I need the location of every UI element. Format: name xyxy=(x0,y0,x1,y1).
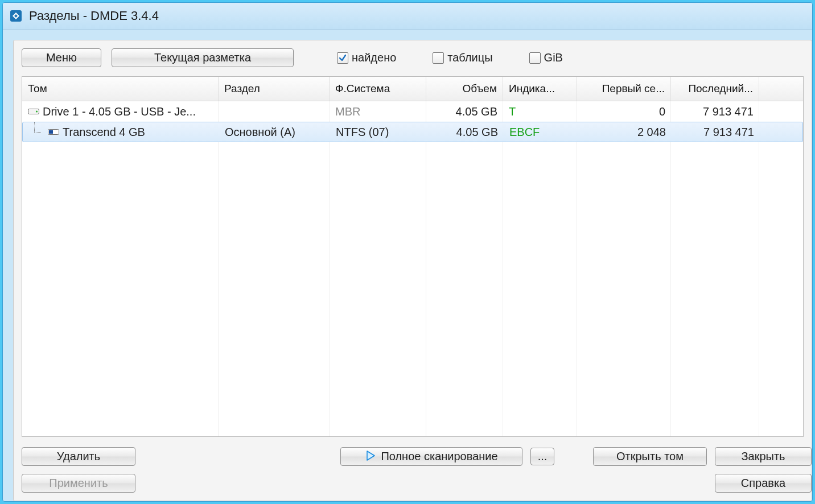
title-bar: Разделы - DMDE 3.4.4 xyxy=(3,3,812,30)
col-volume[interactable]: Том xyxy=(22,77,219,101)
toolbar: Меню Текущая разметка найдено таблицы Gi… xyxy=(22,48,812,67)
more-button[interactable]: ... xyxy=(530,448,554,465)
checkbox-gib-label: GiB xyxy=(544,51,563,64)
row-first: 0 xyxy=(577,101,671,122)
current-layout-button[interactable]: Текущая разметка xyxy=(112,48,294,67)
row-last: 7 913 471 xyxy=(672,122,760,142)
checkbox-empty-icon xyxy=(433,52,444,64)
checkbox-found-label: найдено xyxy=(352,51,396,64)
col-partition[interactable]: Раздел xyxy=(219,77,330,101)
svg-rect-4 xyxy=(49,130,53,134)
table-header[interactable]: Том Раздел Ф.Система Объем Индика... Пер… xyxy=(22,77,803,101)
app-icon xyxy=(9,9,23,23)
row-first: 2 048 xyxy=(578,122,672,142)
checkbox-empty-icon xyxy=(529,52,541,64)
window-title: Разделы - DMDE 3.4.4 xyxy=(29,9,159,23)
row-partition: Основной (A) xyxy=(219,122,330,142)
row-size: 4.05 GB xyxy=(427,122,504,142)
menu-button[interactable]: Меню xyxy=(22,48,101,67)
partition-table: Том Раздел Ф.Система Объем Индика... Пер… xyxy=(22,76,804,437)
row-fs: NTFS (07) xyxy=(330,122,427,142)
row-fs: MBR xyxy=(330,101,426,122)
tree-connector-icon xyxy=(28,122,44,142)
row-indicator: EBCF xyxy=(504,122,578,142)
table-row[interactable]: Drive 1 - 4.05 GB - USB - Je... MBR 4.05… xyxy=(22,101,803,122)
row-partition xyxy=(219,101,330,122)
volume-icon xyxy=(48,128,59,136)
drive-icon xyxy=(28,108,39,115)
col-size[interactable]: Объем xyxy=(426,77,503,101)
row-volume-label: Transcend 4 GB xyxy=(63,126,145,139)
col-fs[interactable]: Ф.Система xyxy=(330,77,426,101)
row-last: 7 913 471 xyxy=(671,101,759,122)
checkbox-tables-label: таблицы xyxy=(447,51,492,64)
checkmark-icon xyxy=(337,52,348,64)
play-icon xyxy=(365,450,376,461)
col-indicator[interactable]: Индика... xyxy=(503,77,577,101)
open-volume-button[interactable]: Открыть том xyxy=(593,447,707,466)
row-volume-label: Drive 1 - 4.05 GB - USB - Je... xyxy=(43,105,196,118)
checkbox-found[interactable]: найдено xyxy=(337,51,396,64)
col-extra xyxy=(759,77,803,101)
col-first[interactable]: Первый се... xyxy=(577,77,671,101)
delete-button[interactable]: Удалить xyxy=(22,447,135,466)
bottom-bar-2: Применить Справка xyxy=(22,466,812,493)
bottom-bar: Удалить Полное сканирование ... Открыть … xyxy=(22,437,812,466)
apply-button[interactable]: Применить xyxy=(22,474,135,493)
full-scan-button[interactable]: Полное сканирование xyxy=(340,447,522,466)
row-size: 4.05 GB xyxy=(426,101,503,122)
table-row[interactable]: Transcend 4 GB Основной (A) NTFS (07) 4.… xyxy=(22,122,803,142)
app-window: Разделы - DMDE 3.4.4 Меню Текущая размет… xyxy=(2,2,813,502)
full-scan-label: Полное сканирование xyxy=(381,450,497,462)
col-last[interactable]: Последний... xyxy=(671,77,759,101)
svg-point-2 xyxy=(36,110,38,112)
checkbox-gib[interactable]: GiB xyxy=(529,51,563,64)
table-body: Drive 1 - 4.05 GB - USB - Je... MBR 4.05… xyxy=(22,101,803,436)
client-area: Меню Текущая разметка найдено таблицы Gi… xyxy=(13,40,812,501)
checkbox-tables[interactable]: таблицы xyxy=(433,51,492,64)
row-indicator: T xyxy=(503,101,577,122)
help-button[interactable]: Справка xyxy=(715,474,812,493)
close-button[interactable]: Закрыть xyxy=(715,447,812,466)
